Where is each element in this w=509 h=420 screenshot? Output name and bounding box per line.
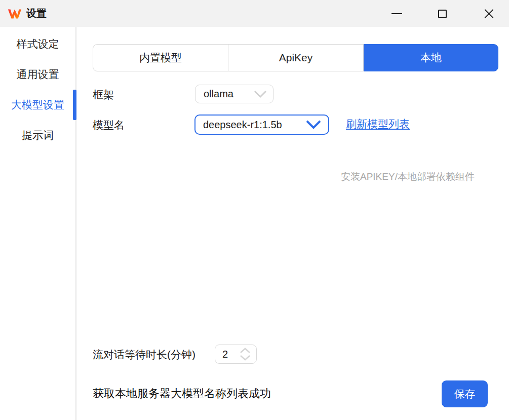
framework-select[interactable]: ollama: [195, 85, 273, 103]
tab-label: ApiKey: [279, 52, 313, 64]
sidebar-item-label: 提示词: [22, 128, 54, 142]
status-message: 获取本地服务器大模型名称列表成功: [93, 386, 271, 401]
tab-label: 本地: [420, 51, 442, 65]
model-name-label: 模型名: [93, 118, 125, 132]
timeout-value: 2: [222, 349, 239, 360]
refresh-model-list-link[interactable]: 刷新模型列表: [346, 117, 410, 131]
sidebar-item-general-settings[interactable]: 通用设置: [0, 59, 75, 90]
settings-window: 设置 样式设定 通用设置 大模型设置 提示词 内置模型 Api: [0, 0, 509, 420]
chevron-down-icon: [254, 90, 267, 98]
model-select-value: deepseek-r1:1.5b: [203, 119, 306, 131]
app-logo-icon: [7, 6, 22, 21]
minimize-button[interactable]: [385, 2, 408, 25]
model-source-tabs: 内置模型 ApiKey 本地: [93, 44, 498, 71]
sidebar-item-llm-settings[interactable]: 大模型设置: [0, 90, 75, 120]
stream-timeout-label: 流对话等待时长(分钟): [93, 348, 195, 362]
tab-builtin-model[interactable]: 内置模型: [93, 45, 228, 71]
chevron-down-icon: [306, 120, 321, 129]
timeout-stepper[interactable]: 2: [215, 345, 257, 364]
sidebar-item-label: 大模型设置: [11, 98, 64, 112]
sidebar-item-label: 通用设置: [17, 67, 59, 82]
tab-apikey[interactable]: ApiKey: [228, 45, 364, 71]
sidebar-item-style-settings[interactable]: 样式设定: [0, 29, 75, 59]
chevron-up-down-icon: [239, 348, 251, 361]
model-select[interactable]: deepseek-r1:1.5b: [194, 114, 329, 135]
active-item-indicator: [73, 90, 76, 120]
window-title: 设置: [26, 0, 47, 27]
tab-label: 内置模型: [139, 51, 182, 65]
title-bar: 设置: [0, 0, 509, 27]
close-button[interactable]: [477, 2, 500, 25]
sidebar: 样式设定 通用设置 大模型设置 提示词: [0, 27, 76, 420]
maximize-button[interactable]: [430, 2, 454, 25]
framework-label: 框架: [93, 88, 114, 102]
maximize-icon: [438, 10, 447, 18]
install-dependency-link[interactable]: 安装APIKEY/本地部署依赖组件: [341, 170, 475, 183]
save-button[interactable]: 保存: [442, 380, 488, 407]
sidebar-item-label: 样式设定: [17, 37, 59, 51]
close-icon: [484, 9, 494, 19]
minimize-icon: [391, 13, 402, 14]
framework-select-value: ollama: [204, 88, 254, 100]
sidebar-item-prompts[interactable]: 提示词: [0, 120, 75, 150]
tab-local[interactable]: 本地: [364, 44, 498, 71]
